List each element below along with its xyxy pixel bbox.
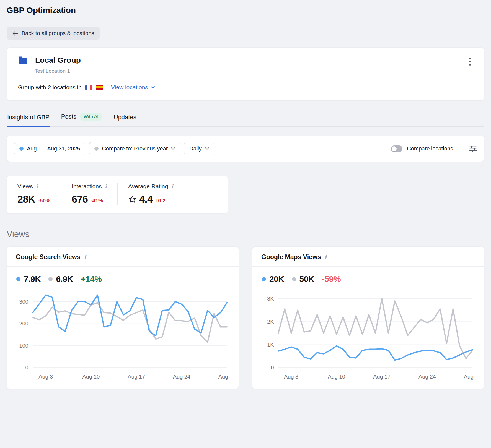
previous-series-dot-icon	[292, 277, 296, 281]
compare-to-dropdown[interactable]: Compare to: Previous year	[89, 142, 180, 155]
kpi-views: Views i 28K -50%	[7, 183, 61, 205]
kpi-value: 4.4	[139, 194, 153, 205]
group-card: Local Group Test Location 1 Group with 2…	[7, 47, 484, 100]
svg-text:Aug 31: Aug 31	[464, 374, 475, 380]
svg-text:Aug 10: Aug 10	[328, 374, 345, 380]
tab-insights-of-gbp[interactable]: Insights of GBP	[7, 111, 50, 126]
previous-total: 6.9K	[56, 274, 73, 284]
previous-series-dot-icon	[48, 277, 53, 281]
previous-period-dot-icon	[94, 147, 99, 151]
compare-locations-toggle[interactable]	[391, 145, 402, 152]
info-icon[interactable]: i	[84, 254, 86, 260]
with-ai-badge: With AI	[80, 113, 102, 121]
kpi-value: 28K	[17, 194, 35, 205]
france-flag-icon	[85, 85, 92, 90]
current-total: 20K	[269, 274, 284, 284]
svg-text:Aug 24: Aug 24	[173, 374, 190, 380]
svg-text:Aug 3: Aug 3	[38, 374, 53, 380]
svg-text:Aug 17: Aug 17	[373, 374, 391, 380]
svg-text:1K: 1K	[267, 342, 274, 348]
svg-text:3K: 3K	[267, 296, 274, 302]
kpi-delta: ↓0.2	[156, 198, 166, 205]
maps-views-line-chart[interactable]: 01K2K3KAug 3Aug 10Aug 17Aug 24Aug 31	[261, 286, 475, 383]
tab-label: Posts	[61, 113, 76, 120]
tab-updates[interactable]: Updates	[113, 111, 137, 126]
kpi-average-rating: Average Rating i 4.4 ↓0.2	[117, 183, 184, 205]
current-total: 7.9K	[24, 274, 41, 284]
star-icon	[128, 195, 136, 204]
chevron-down-icon	[171, 147, 175, 150]
kpi-label: Interactions	[72, 183, 102, 190]
info-icon[interactable]: i	[171, 184, 173, 189]
info-icon[interactable]: i	[36, 184, 38, 189]
svg-text:Aug 24: Aug 24	[418, 374, 436, 380]
search-views-line-chart[interactable]: 0100200300Aug 3Aug 10Aug 17Aug 24Aug 31	[16, 286, 230, 383]
tab-bar: Insights of GBP Posts With AI Updates	[7, 110, 484, 127]
chevron-down-icon	[151, 86, 155, 89]
granularity-value: Daily	[189, 145, 201, 152]
chart-legend: 7.9K 6.9K +14%	[16, 274, 230, 284]
views-section-title: Views	[7, 229, 484, 239]
chevron-down-icon	[205, 147, 209, 150]
svg-text:100: 100	[19, 343, 29, 349]
date-range-picker[interactable]: Aug 1 – Aug 31, 2025	[14, 142, 85, 155]
kpi-label: Views	[17, 183, 33, 190]
settings-sliders-icon[interactable]	[469, 145, 477, 152]
compare-to-value: Compare to: Previous year	[102, 145, 168, 152]
info-icon[interactable]: i	[325, 254, 327, 260]
kebab-menu-icon[interactable]	[465, 57, 475, 66]
arrow-left-icon	[12, 31, 18, 36]
back-button-label: Back to all groups & locations	[22, 30, 94, 37]
svg-text:Aug 17: Aug 17	[128, 374, 145, 380]
group-subtitle: Test Location 1	[35, 68, 473, 74]
info-icon[interactable]: i	[105, 184, 107, 189]
view-locations-label: View locations	[111, 84, 148, 91]
chart-title: Google Search Views	[16, 253, 81, 261]
svg-text:300: 300	[19, 299, 29, 305]
charts-row: Google Search Views i 7.9K 6.9K +14% 010…	[7, 246, 484, 389]
google-maps-views-card: Google Maps Views i 20K 50K -59% 01K2K3K…	[252, 246, 484, 389]
previous-total: 50K	[299, 274, 314, 284]
google-search-views-card: Google Search Views i 7.9K 6.9K +14% 010…	[7, 246, 239, 389]
change-percent: +14%	[81, 274, 102, 284]
filter-bar: Aug 1 – Aug 31, 2025 Compare to: Previou…	[7, 136, 484, 162]
spain-flag-icon	[96, 85, 103, 90]
svg-text:0: 0	[25, 364, 29, 371]
folder-icon	[18, 56, 28, 64]
current-period-dot-icon	[19, 147, 24, 151]
tab-posts[interactable]: Posts With AI	[61, 110, 103, 126]
page-title: GBP Optimization	[7, 6, 484, 15]
svg-text:Aug 10: Aug 10	[82, 374, 100, 380]
chart-title: Google Maps Views	[261, 253, 321, 261]
svg-text:Aug 31: Aug 31	[218, 374, 230, 380]
chart-legend: 20K 50K -59%	[262, 274, 475, 284]
group-locations-text: Group with 2 locations in	[18, 84, 82, 91]
svg-text:200: 200	[19, 321, 29, 327]
kpi-summary-card: Views i 28K -50% Interactions i 676 -41%…	[7, 176, 228, 214]
svg-text:0: 0	[271, 364, 274, 371]
kpi-label: Average Rating	[128, 183, 168, 190]
current-series-dot-icon	[262, 277, 266, 281]
view-locations-link[interactable]: View locations	[111, 84, 155, 91]
compare-locations-label: Compare locations	[407, 145, 453, 152]
kpi-delta: -41%	[91, 198, 103, 205]
kpi-delta: -50%	[38, 198, 50, 205]
svg-text:Aug 3: Aug 3	[284, 374, 298, 380]
kpi-value: 676	[72, 194, 88, 205]
svg-text:2K: 2K	[267, 319, 274, 325]
tab-label: Insights of GBP	[7, 114, 50, 121]
current-series-dot-icon	[16, 277, 20, 281]
granularity-dropdown[interactable]: Daily	[184, 142, 214, 155]
date-range-value: Aug 1 – Aug 31, 2025	[27, 145, 80, 152]
kpi-interactions: Interactions i 676 -41%	[61, 183, 117, 205]
change-percent: -59%	[322, 274, 341, 284]
tab-label: Updates	[114, 114, 136, 121]
group-title: Local Group	[35, 56, 81, 65]
back-button[interactable]: Back to all groups & locations	[7, 27, 100, 40]
